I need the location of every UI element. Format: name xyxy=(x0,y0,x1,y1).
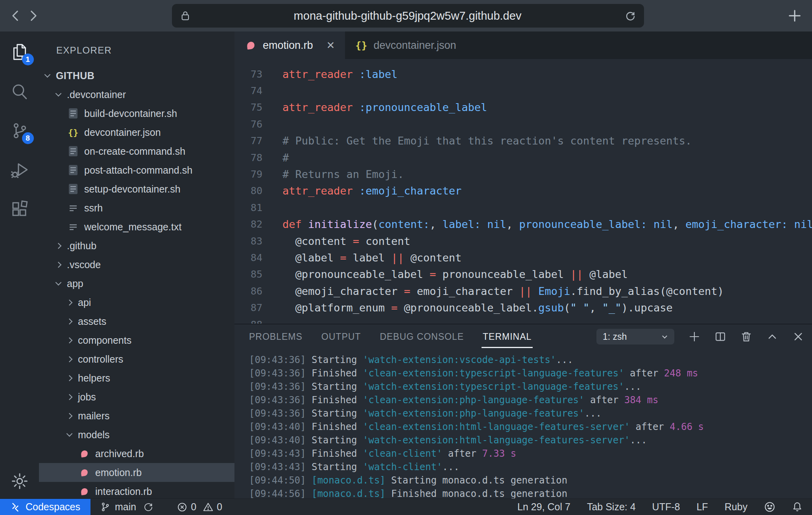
code-text: @pronounceable_label = pronounceable_lab… xyxy=(282,268,628,280)
code-line-87[interactable]: 87 @platform_enum = @pronounceable_label… xyxy=(234,299,812,316)
tab-label: devcontainer.json xyxy=(373,39,456,52)
code-line-77[interactable]: 77# Public: Get the Emoji that this reac… xyxy=(234,133,812,149)
tree-item-helpers[interactable]: helpers xyxy=(39,369,234,387)
code-line-85[interactable]: 85 @pronounceable_label = pronounceable_… xyxy=(234,266,812,283)
chevron-right-icon xyxy=(66,299,73,306)
tree-item-api[interactable]: api xyxy=(39,293,234,312)
code-line-79[interactable]: 79# Returns an Emoji. xyxy=(234,166,812,182)
tree-item-label: app xyxy=(67,278,83,289)
tree-item-app[interactable]: app xyxy=(39,274,234,293)
problems-status-item[interactable]: 0 0 xyxy=(177,501,222,513)
code-line-82[interactable]: 82def initialize(content:, label: nil, p… xyxy=(234,216,812,233)
tree-item-jobs[interactable]: jobs xyxy=(39,387,234,406)
panel-tab-problems[interactable]: PROBLEMS xyxy=(249,332,303,342)
notifications-bell-icon[interactable] xyxy=(792,501,803,513)
activity-run-debug-button[interactable] xyxy=(9,159,31,181)
close-panel-icon[interactable] xyxy=(792,331,804,343)
code-line-86[interactable]: 86 @emoji_character = emoji_character ||… xyxy=(234,283,812,299)
tree-item-mailers[interactable]: mailers xyxy=(39,406,234,425)
text-file-icon xyxy=(67,222,79,232)
tree-item-components[interactable]: components xyxy=(39,331,234,350)
split-terminal-icon[interactable] xyxy=(714,331,726,343)
tree-item-emotion-rb[interactable]: emotion.rb xyxy=(39,463,234,482)
code-text: # Public: Get the Emoji that this reacti… xyxy=(282,135,692,147)
code-line-78[interactable]: 78# xyxy=(234,149,812,166)
tree-item-post-attach-command-sh[interactable]: post-attach-command.sh xyxy=(39,161,234,180)
lock-icon xyxy=(180,10,191,22)
text-segment: after xyxy=(442,448,482,459)
terminal-output[interactable]: [09:43:36] Starting 'watch-extension:vsc… xyxy=(234,349,812,502)
tree-item-setup-devcontainer-sh[interactable]: setup-devcontainer.sh xyxy=(39,180,234,198)
code-line-76[interactable]: 76 xyxy=(234,116,812,132)
code-line-74[interactable]: 74 xyxy=(234,82,812,99)
code-editor[interactable]: 73attr_reader :label7475attr_reader :pro… xyxy=(234,59,812,324)
tree-item-label: models xyxy=(78,429,110,441)
activity-settings-button[interactable] xyxy=(9,470,31,492)
code-text: attr_reader :emoji_character xyxy=(282,185,461,197)
tree-item-welcome-message-txt[interactable]: welcome_message.txt xyxy=(39,217,234,236)
chevron-down-icon xyxy=(55,91,62,97)
code-line-84[interactable]: 84 @label = label || @content xyxy=(234,249,812,266)
reload-icon[interactable] xyxy=(624,10,636,22)
tree-item-github[interactable]: GITHUB xyxy=(39,66,234,85)
address-bar[interactable]: mona-github-github-g59jpq2w5w7.github.de… xyxy=(172,4,644,28)
activity-source-control-button[interactable]: 8 xyxy=(9,120,31,142)
tree-item-ssrh[interactable]: ssrh xyxy=(39,198,234,217)
activity-explorer-button[interactable]: 1 xyxy=(9,41,31,63)
terminal-select[interactable]: 1: zsh xyxy=(596,329,674,345)
panel-tab-output[interactable]: OUTPUT xyxy=(321,332,361,342)
tree-item-build-devcontainer-sh[interactable]: build-devcontainer.sh xyxy=(39,104,234,123)
text-segment xyxy=(302,218,308,230)
text-segment: , xyxy=(673,218,686,230)
search-icon xyxy=(10,82,30,101)
code-line-88[interactable]: 88 xyxy=(234,316,812,324)
codespaces-status-button[interactable]: Codespaces xyxy=(0,499,90,515)
tree-item-on-create-command-sh[interactable]: on-create-command.sh xyxy=(39,142,234,161)
tree-item-github[interactable]: .github xyxy=(39,236,234,255)
new-terminal-icon[interactable] xyxy=(688,331,700,343)
text-segment: Starting xyxy=(312,354,363,365)
text-segment: "_" xyxy=(602,302,622,314)
new-tab-button[interactable] xyxy=(787,8,803,24)
panel-tab-debug-console[interactable]: DEBUG CONSOLE xyxy=(380,332,464,342)
cursor-position[interactable]: Ln 29, Col 7 xyxy=(517,501,570,513)
text-segment: @label xyxy=(583,268,628,280)
activity-search-button[interactable] xyxy=(9,80,31,102)
tab-emotion-rb[interactable]: emotion.rb ✕ xyxy=(234,31,345,59)
tree-item-devcontainer-json[interactable]: {}devcontainer.json xyxy=(39,123,234,142)
code-line-75[interactable]: 75attr_reader :pronounceable_label xyxy=(234,99,812,116)
tree-item-assets[interactable]: assets xyxy=(39,312,234,331)
tab-devcontainer-json[interactable]: {} devcontainer.json xyxy=(345,31,466,59)
text-segment: Finished xyxy=(312,395,363,406)
tree-item-models[interactable]: models xyxy=(39,425,234,444)
language-mode[interactable]: Ruby xyxy=(725,501,747,513)
branch-status-item[interactable]: main xyxy=(100,501,153,513)
ruby-file-icon xyxy=(78,488,90,495)
tree-item-vscode[interactable]: .vscode xyxy=(39,255,234,274)
code-line-73[interactable]: 73attr_reader :label xyxy=(234,66,812,82)
tab-size[interactable]: Tab Size: 4 xyxy=(587,501,636,513)
encoding[interactable]: UTF-8 xyxy=(652,501,680,513)
panel-tab-terminal[interactable]: TERMINAL xyxy=(483,332,531,342)
close-icon[interactable]: ✕ xyxy=(327,39,335,52)
code-line-81[interactable]: 81 xyxy=(234,199,812,216)
branch-name: main xyxy=(115,501,136,513)
error-icon xyxy=(177,502,187,512)
activity-extensions-button[interactable] xyxy=(9,198,31,220)
code-line-80[interactable]: 80attr_reader :emoji_character xyxy=(234,183,812,199)
eol-indicator[interactable]: LF xyxy=(696,501,708,513)
warning-count: 0 xyxy=(217,501,222,513)
maximize-panel-icon[interactable] xyxy=(766,331,778,343)
browser-forward-button[interactable] xyxy=(24,7,42,24)
code-line-83[interactable]: 83 @content = content xyxy=(234,233,812,249)
feedback-smiley-icon[interactable] xyxy=(764,501,775,513)
browser-back-button[interactable] xyxy=(7,7,24,24)
tree-item-interaction-rb[interactable]: interaction.rb xyxy=(39,482,234,498)
text-segment: Finished monaco.d.ts generation xyxy=(386,488,567,499)
chevron-right-icon xyxy=(55,243,62,249)
kill-terminal-icon[interactable] xyxy=(740,331,752,343)
tree-item-label: api xyxy=(78,297,91,308)
tree-item-controllers[interactable]: controllers xyxy=(39,350,234,369)
tree-item-archived-rb[interactable]: archived.rb xyxy=(39,444,234,463)
tree-item-devcontainer[interactable]: .devcontainer xyxy=(39,85,234,104)
